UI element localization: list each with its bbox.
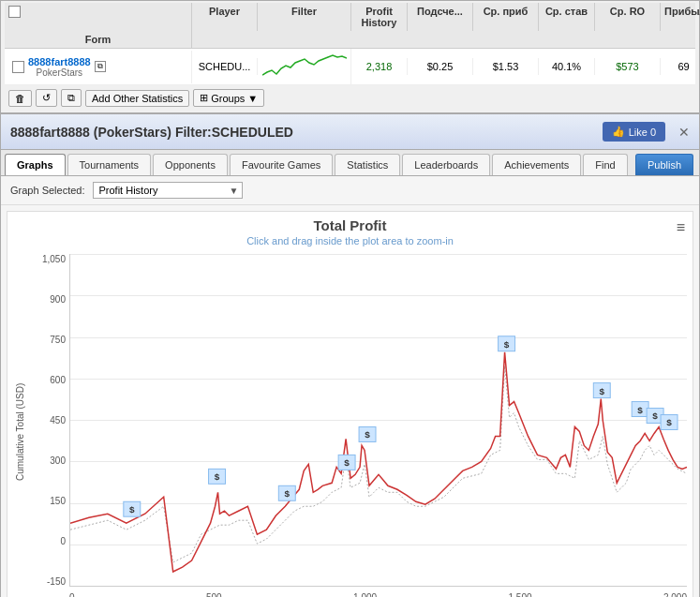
graph-selector-dropdown[interactable]: Profit History — [93, 182, 243, 199]
toolbar-header: Player Filter Profit History Подсче... С… — [5, 3, 695, 49]
y-axis-label: Cumulative Total (USD) — [13, 254, 27, 597]
grid-line-bottom — [70, 586, 687, 587]
player-cell: 8888fart8888 PokerStars ⧉ — [5, 51, 192, 83]
y-tick-3: 600 — [50, 375, 66, 385]
tab-opponents[interactable]: Opponents — [153, 154, 228, 175]
close-panel-button[interactable]: ✕ — [678, 125, 690, 140]
toolbar-actions: 🗑 ↺ ⧉ Add Other Statistics ⊞ Groups ▼ — [5, 85, 695, 111]
trash-icon: 🗑 — [15, 93, 25, 104]
panel-title: 8888fart8888 (PokerStars) Filter:SCHEDUL… — [10, 125, 293, 140]
col-avg-stake: Ср. став — [539, 3, 595, 31]
profit-value: $573 — [595, 58, 661, 75]
tabs-bar: Graphs Tournaments Opponents Favourite G… — [1, 150, 699, 176]
y-tick-6: 150 — [50, 496, 66, 506]
copy-stats-button[interactable]: ⧉ — [61, 89, 82, 107]
col-player: Player — [192, 3, 258, 31]
svg-text:$: $ — [600, 386, 605, 396]
svg-text:$: $ — [504, 339, 510, 350]
x-tick-4: 2,000 — [663, 592, 687, 597]
y-tick-4: 450 — [50, 415, 66, 425]
y-tick-1: 900 — [50, 294, 66, 305]
col-profit: Прибыль — [661, 3, 700, 31]
svg-text:$: $ — [344, 457, 350, 468]
tab-statistics[interactable]: Statistics — [335, 154, 400, 175]
avg-ro-value: 40.1% — [539, 58, 595, 75]
svg-text:$: $ — [652, 411, 658, 422]
tab-publish[interactable]: Publish — [635, 154, 693, 175]
y-tick-0: 1,050 — [42, 254, 66, 264]
chart-subtitle: Click and drag inside the plot area to z… — [13, 235, 687, 246]
add-stats-label: Add Other Statistics — [92, 93, 183, 104]
svg-text:$: $ — [129, 504, 135, 515]
svg-text:$: $ — [285, 488, 290, 499]
chart-container: Total Profit Click and drag inside the p… — [7, 211, 693, 597]
chart-plot[interactable]: $ $ $ $ $ — [69, 254, 687, 587]
tab-graphs[interactable]: Graphs — [5, 154, 66, 175]
thumbsup-icon: 👍 — [612, 126, 625, 138]
like-label: Like 0 — [629, 127, 656, 138]
chart-inner: 1,050 900 750 600 450 300 150 0 -150 — [27, 254, 687, 597]
player-name[interactable]: 8888fart8888 — [28, 56, 91, 67]
col-avg-ro: Ср. RO — [595, 3, 661, 31]
graph-dropdown-wrap: Profit History ▼ — [93, 182, 243, 199]
mini-chart-cell — [258, 49, 351, 84]
refresh-icon: ↺ — [42, 92, 51, 104]
mini-profit-chart — [262, 52, 347, 80]
like-button[interactable]: 👍 Like 0 — [603, 122, 665, 142]
copy-small-icon: ⧉ — [67, 92, 75, 104]
col-count: Подсче... — [408, 3, 473, 31]
avg-stake-value: $1.53 — [473, 58, 539, 75]
groups-icon: ⊞ — [200, 92, 208, 104]
col-form: Form — [5, 31, 192, 48]
col-avg-profit: Ср. приб — [473, 3, 539, 31]
col-filter: Filter — [258, 3, 351, 31]
svg-text:$: $ — [637, 405, 643, 415]
tab-leaderboards[interactable]: Leaderboards — [402, 154, 490, 175]
select-all-checkbox[interactable] — [8, 6, 21, 18]
main-panel: 8888fart8888 (PokerStars) Filter:SCHEDUL… — [0, 113, 700, 597]
profit-svg: $ $ $ $ $ — [70, 254, 687, 586]
row-checkbox[interactable] — [12, 61, 24, 73]
graph-selector-bar: Graph Selected: Profit History ▼ — [1, 176, 699, 205]
y-axis: 1,050 900 750 600 450 300 150 0 -150 — [27, 254, 69, 587]
toolbar: Player Filter Profit History Подсче... С… — [0, 0, 700, 113]
groups-label: Groups — [211, 93, 245, 104]
y-tick-2: 750 — [50, 335, 66, 345]
col-profit-history: Profit History — [351, 3, 408, 31]
x-tick-0: 0 — [69, 592, 75, 597]
tab-tournaments[interactable]: Tournaments — [67, 154, 152, 175]
chart-title: Total Profit — [13, 217, 687, 233]
chart-area: Cumulative Total (USD) 1,050 900 750 600… — [13, 254, 687, 597]
col-checkbox — [5, 3, 192, 31]
tab-favourite-games[interactable]: Favourite Games — [230, 154, 333, 175]
tab-find[interactable]: Find — [583, 154, 627, 175]
panel-header: 8888fart8888 (PokerStars) Filter:SCHEDUL… — [1, 114, 699, 150]
count-value: 2,318 — [351, 58, 408, 75]
player-row: 8888fart8888 PokerStars ⧉ SCHEDU... 2,31… — [5, 49, 695, 85]
svg-text:$: $ — [365, 429, 370, 440]
groups-arrow-icon: ▼ — [247, 93, 258, 104]
player-site: PokerStars — [28, 67, 91, 78]
delete-button[interactable]: 🗑 — [8, 90, 32, 107]
x-tick-3: 1,500 — [509, 592, 532, 597]
x-axis: 0 500 1,000 1,500 2,000 — [69, 590, 687, 597]
x-tick-2: 1,000 — [353, 592, 377, 597]
filter-value: SCHEDU... — [192, 58, 258, 75]
copy-icon[interactable]: ⧉ — [95, 61, 106, 72]
y-tick-7: 0 — [60, 536, 66, 546]
y-tick-5: 300 — [50, 455, 66, 466]
y-tick-8: -150 — [47, 576, 66, 587]
groups-button[interactable]: ⊞ Groups ▼ — [193, 89, 264, 107]
tab-achievements[interactable]: Achievements — [492, 154, 581, 175]
x-tick-1: 500 — [206, 592, 222, 597]
svg-text:$: $ — [666, 417, 672, 427]
add-stats-button[interactable]: Add Other Statistics — [85, 90, 189, 107]
avg-profit-value: $0.25 — [408, 58, 473, 75]
chart-menu-icon[interactable]: ≡ — [677, 219, 685, 236]
graph-selector-label: Graph Selected: — [10, 185, 85, 196]
svg-text:$: $ — [215, 471, 220, 482]
level-value: 69 — [661, 58, 700, 75]
refresh-button[interactable]: ↺ — [36, 89, 57, 107]
